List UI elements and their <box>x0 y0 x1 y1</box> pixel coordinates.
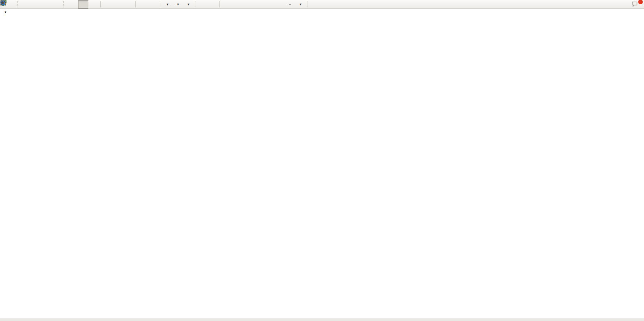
auto-trading-button[interactable] <box>52 0 63 9</box>
toolbar-separator <box>219 1 220 7</box>
search-button[interactable] <box>621 0 631 9</box>
chevron-down-icon: ▼ <box>166 3 169 6</box>
data-window-button[interactable] <box>31 0 42 9</box>
toolbar-separator <box>100 1 101 7</box>
trendline-tool-button[interactable] <box>242 0 253 9</box>
market-watch-button[interactable] <box>21 0 31 9</box>
toolbar-separator <box>135 1 136 7</box>
toolbar-separator <box>160 1 160 7</box>
chevron-down-icon: ▼ <box>177 3 180 6</box>
periods-button[interactable]: ▼ <box>172 0 183 9</box>
chevron-down-icon: ▼ <box>299 3 302 6</box>
channel-tool-button[interactable] <box>253 0 263 9</box>
vertical-line-tool-button[interactable] <box>221 0 232 9</box>
arrows-tool-button[interactable]: ▼ <box>295 0 305 9</box>
chat-unread-badge <box>638 0 643 5</box>
window-bottom-strip <box>0 318 644 321</box>
candle-chart-type-button[interactable] <box>78 0 88 9</box>
fibonacci-tool-button[interactable] <box>263 0 274 9</box>
toolbar-separator <box>307 1 307 7</box>
main-toolbar: ▼ ▼ ▼ ▼ <box>0 0 644 9</box>
new-chart-window-button[interactable] <box>137 0 148 9</box>
signals-button[interactable] <box>42 0 52 9</box>
text-tool-button[interactable] <box>274 0 284 9</box>
chart-shift-button[interactable] <box>148 0 158 9</box>
toolbar-grip <box>63 1 66 7</box>
bar-chart-type-button[interactable] <box>67 0 78 9</box>
tile-windows-button[interactable] <box>123 0 134 9</box>
chart-canvas[interactable] <box>0 0 644 321</box>
chat-button[interactable] <box>631 0 642 9</box>
horizontal-line-tool-button[interactable] <box>232 0 242 9</box>
new-order-button[interactable] <box>5 0 16 9</box>
line-chart-type-button[interactable] <box>88 0 99 9</box>
zoom-in-button[interactable] <box>102 0 113 9</box>
chevron-down-icon: ▼ <box>187 3 190 6</box>
label-tool-label <box>289 4 291 5</box>
template-button[interactable]: ▼ <box>183 0 193 9</box>
crosshair-tool-button[interactable] <box>207 0 218 9</box>
toolbar-separator <box>195 1 195 7</box>
toolbar-grip <box>17 1 19 7</box>
zoom-out-button[interactable] <box>113 0 123 9</box>
add-indicator-button[interactable]: ▼ <box>162 0 172 9</box>
text-label-tool-button[interactable] <box>284 0 295 9</box>
cursor-tool-button[interactable] <box>197 0 207 9</box>
